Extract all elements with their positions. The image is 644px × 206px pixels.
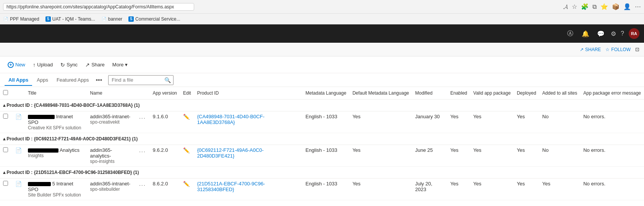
bookmark-banner[interactable]: 📄 banner bbox=[101, 16, 122, 22]
help-icon[interactable]: ? bbox=[621, 30, 624, 37]
share-action[interactable]: ↗ SHARE bbox=[580, 47, 601, 52]
row1-title-line2: Creative Kit SPFx solution bbox=[28, 125, 84, 130]
row2-fileicon: 📄 bbox=[12, 145, 25, 167]
row3-dots[interactable]: ... bbox=[135, 179, 150, 200]
col-title[interactable]: Title bbox=[25, 87, 87, 100]
app-catalog-table: Title Name App version Edit Product ID M… bbox=[0, 87, 644, 200]
more-icon[interactable]: ⋯ bbox=[635, 3, 641, 10]
row2-productid-link[interactable]: {0C692112-F721-49A6-A0C0-2D480D3FE421} bbox=[197, 147, 264, 159]
sp-topnav: Ⓐ 🔔 💬 ⚙ ? RA bbox=[0, 24, 644, 43]
extensions-icon[interactable]: 🧩 bbox=[581, 3, 589, 10]
row3-context-menu[interactable]: ... bbox=[138, 181, 147, 187]
row2-check[interactable] bbox=[0, 145, 12, 167]
group-row-3[interactable]: ▴ Product ID : {21D5121A-EBCF-4700-9C96-… bbox=[0, 167, 644, 179]
col-addedtoall[interactable]: Added to all sites bbox=[539, 87, 580, 100]
col-modified[interactable]: Modified bbox=[412, 87, 447, 100]
favorites-icon[interactable]: ⭐ bbox=[600, 3, 608, 10]
bookmark-label-commercial: Commercial Service... bbox=[135, 16, 180, 22]
edit-icon-3[interactable]: ✏️ bbox=[183, 181, 190, 187]
sp-subnav: ↗ SHARE ☆ FOLLOW ⊡ bbox=[0, 43, 644, 56]
row2-defaultmetalang: Yes bbox=[349, 145, 412, 167]
row1-modified: January 30 bbox=[412, 111, 447, 133]
select-all-checkbox[interactable] bbox=[3, 90, 8, 95]
split-view-icon[interactable]: ⧉ bbox=[592, 3, 597, 10]
col-errormsg[interactable]: App package error message bbox=[580, 87, 644, 100]
upload-button[interactable]: ↑ Upload bbox=[30, 60, 56, 69]
browser-bar: https://ppfonline.sharepoint.com/sites/a… bbox=[0, 0, 644, 14]
row3-enabled: Yes bbox=[447, 179, 470, 200]
row2-modified: June 25 bbox=[412, 145, 447, 167]
command-bar: + New ↑ Upload ↻ Sync ↗ Share More ▾ bbox=[0, 56, 644, 73]
row3-check[interactable] bbox=[0, 179, 12, 200]
share-button[interactable]: ↗ Share bbox=[82, 60, 108, 69]
row3-appversion: 8.6.2.0 bbox=[150, 179, 180, 200]
group-row-1[interactable]: ▴ Product ID : {CA498948-7031-4D40-B0CF-… bbox=[0, 100, 644, 111]
col-deployed[interactable]: Deployed bbox=[514, 87, 539, 100]
row2-dots[interactable]: ... bbox=[135, 145, 150, 167]
col-productid[interactable]: Product ID bbox=[194, 87, 303, 100]
redacted-text-2 bbox=[28, 148, 58, 153]
url-display[interactable]: https://ppfonline.sharepoint.com/sites/a… bbox=[3, 3, 194, 11]
row1-context-menu[interactable]: ... bbox=[138, 114, 147, 120]
settings-icon[interactable]: ⚙ bbox=[611, 30, 616, 37]
col-validapp[interactable]: Valid app package bbox=[470, 87, 514, 100]
plus-icon: + bbox=[8, 62, 14, 68]
tab-apps[interactable]: Apps bbox=[33, 75, 52, 86]
sharepoint-icon-commercial: S bbox=[128, 16, 134, 22]
col-name[interactable]: Name bbox=[87, 87, 135, 100]
row3-fileicon: 📄 bbox=[12, 179, 25, 200]
row1-check[interactable] bbox=[0, 111, 12, 133]
row2-metalang: English - 1033 bbox=[302, 145, 349, 167]
read-mode-icon[interactable]: 𝓐 bbox=[563, 3, 568, 10]
row2-context-menu[interactable]: ... bbox=[138, 147, 147, 153]
col-check[interactable] bbox=[0, 87, 12, 100]
feedback-icon[interactable]: 💬 bbox=[595, 28, 606, 39]
bookmark-uat[interactable]: S UAT - IQM - Teams... bbox=[45, 16, 95, 22]
row1-name-sub: spo-creativekit bbox=[90, 119, 132, 125]
row1-metalang: English - 1033 bbox=[302, 111, 349, 133]
edit-icon[interactable]: ✏️ bbox=[183, 114, 190, 120]
group-row-2[interactable]: ▴ Product ID : {0C692112-F721-49A6-A0C0-… bbox=[0, 133, 644, 145]
row2-addedtoall: No bbox=[539, 145, 580, 167]
bookmark-icon[interactable]: ☆ bbox=[572, 3, 577, 10]
row1-productid: {CA498948-7031-4D40-B0CF-1AA8E3D3768A} bbox=[194, 111, 303, 133]
new-button[interactable]: + New bbox=[5, 60, 28, 69]
row3-errormsg: No errors. bbox=[580, 179, 644, 200]
bookmark-commercial[interactable]: S Commercial Service... bbox=[128, 16, 180, 22]
col-defaultmetalang[interactable]: Default Metadata Language bbox=[349, 87, 412, 100]
row1-defaultmetalang: Yes bbox=[349, 111, 412, 133]
row1-dots[interactable]: ... bbox=[135, 111, 150, 133]
tab-featured-apps[interactable]: Featured Apps bbox=[53, 75, 93, 86]
row2-name-main: addin365-analytics- bbox=[90, 147, 132, 159]
more-button[interactable]: More ▾ bbox=[109, 60, 131, 69]
search-button[interactable]: 🔍 bbox=[162, 76, 173, 84]
row1-edit[interactable]: ✏️ bbox=[180, 111, 194, 133]
more-views-button[interactable]: ••• bbox=[93, 75, 104, 85]
row2-name: addin365-analytics- spo-insights bbox=[87, 145, 135, 167]
bookmark-ppf[interactable]: 📄 PPF Managed bbox=[3, 16, 39, 22]
edit-icon-2[interactable]: ✏️ bbox=[183, 147, 190, 153]
sync-button[interactable]: ↻ Sync bbox=[57, 60, 81, 69]
bookmark-label-ppf: PPF Managed bbox=[10, 16, 39, 22]
row1-productid-link[interactable]: {CA498948-7031-4D40-B0CF-1AA8E3D3768A} bbox=[197, 114, 264, 125]
search-input[interactable] bbox=[109, 76, 162, 84]
col-enabled[interactable]: Enabled bbox=[447, 87, 470, 100]
collapse-icon[interactable]: ⊡ bbox=[635, 47, 639, 52]
col-edit[interactable]: Edit bbox=[180, 87, 194, 100]
col-appversion[interactable]: App version bbox=[150, 87, 180, 100]
tab-all-apps[interactable]: All Apps bbox=[5, 75, 32, 86]
row3-edit[interactable]: ✏️ bbox=[180, 179, 194, 200]
profile-icon[interactable]: 👤 bbox=[623, 3, 631, 10]
collections-icon[interactable]: 📦 bbox=[612, 3, 620, 10]
accessibility-icon[interactable]: Ⓐ bbox=[565, 28, 576, 39]
upload-icon: ↑ bbox=[33, 62, 36, 68]
table-row: 📄 5 Intranet SPO Site Builder SPFx solut… bbox=[0, 179, 644, 200]
row2-edit[interactable]: ✏️ bbox=[180, 145, 194, 167]
col-metalang[interactable]: Metadata Language bbox=[302, 87, 349, 100]
row2-deployed: Yes bbox=[514, 145, 539, 167]
row3-productid-link[interactable]: {21D5121A-EBCF-4700-9C96-31258340BFED} bbox=[197, 181, 265, 192]
follow-action[interactable]: ☆ FOLLOW bbox=[605, 47, 631, 52]
notification-icon[interactable]: 🔔 bbox=[580, 28, 591, 39]
user-avatar[interactable]: RA bbox=[629, 28, 639, 39]
search-box[interactable]: 🔍 bbox=[108, 75, 174, 85]
